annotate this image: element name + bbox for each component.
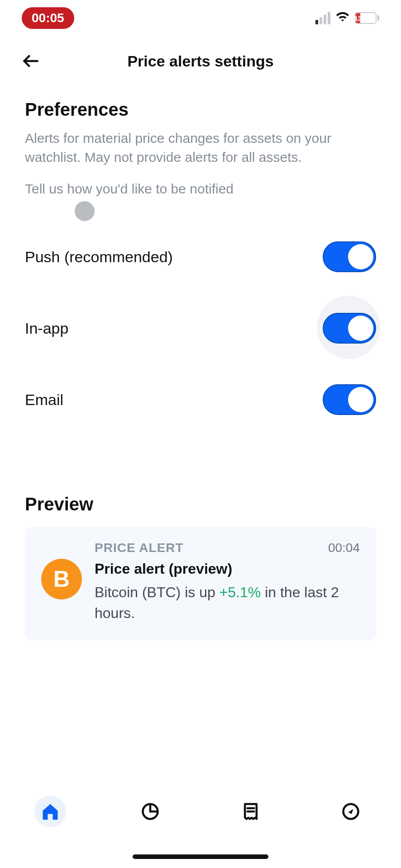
bitcoin-icon: B — [41, 559, 82, 599]
tab-receipt[interactable] — [235, 796, 267, 827]
receipt-icon — [241, 802, 261, 821]
battery-level: 13 — [356, 13, 360, 23]
preview-tag: PRICE ALERT — [95, 541, 184, 555]
pie-chart-icon — [140, 802, 160, 821]
arrow-left-icon — [21, 51, 41, 71]
wifi-icon — [335, 9, 350, 27]
preferences-description: Alerts for material price changes for as… — [25, 129, 376, 167]
home-icon — [40, 802, 60, 821]
touch-indicator — [75, 201, 95, 221]
content: Preferences Alerts for material price ch… — [0, 86, 401, 640]
compass-icon — [341, 802, 361, 821]
preview-time: 00:04 — [328, 541, 360, 555]
tab-compass[interactable] — [335, 796, 367, 827]
toggle-push[interactable] — [323, 241, 376, 272]
status-bar: 00:05 13 — [0, 0, 401, 36]
back-button[interactable] — [18, 48, 43, 74]
toggle-label: Email — [25, 391, 63, 409]
pct-change: +5.1% — [220, 584, 261, 600]
tab-pie[interactable] — [134, 796, 166, 827]
toggle-email[interactable] — [323, 384, 376, 415]
tab-bar — [0, 778, 401, 868]
tab-home[interactable] — [34, 796, 66, 827]
toggle-row-inapp: In-app — [25, 292, 376, 364]
page-title: Price alerts settings — [127, 52, 273, 70]
toggle-row-email: Email — [25, 364, 376, 435]
battery-icon: 13 — [355, 12, 379, 24]
status-time-pill: 00:05 — [22, 7, 74, 29]
toggle-label: In-app — [25, 320, 68, 337]
cellular-signal-icon — [315, 12, 330, 24]
toggle-label: Push (recommended) — [25, 248, 173, 266]
nav-header: Price alerts settings — [0, 36, 401, 86]
preview-card: B PRICE ALERT 00:04 Price alert (preview… — [25, 527, 376, 640]
preferences-title: Preferences — [25, 99, 376, 120]
preview-text: Bitcoin (BTC) is up +5.1% in the last 2 … — [95, 582, 360, 624]
preferences-subtext: Tell us how you'd like to be notified — [25, 179, 376, 198]
home-indicator — [133, 854, 268, 859]
preview-title: Preview — [25, 494, 376, 514]
status-right: 13 — [315, 9, 379, 27]
toggle-inapp[interactable] — [323, 313, 376, 344]
preview-headline: Price alert (preview) — [95, 561, 360, 577]
toggle-row-push: Push (recommended) — [25, 221, 376, 292]
